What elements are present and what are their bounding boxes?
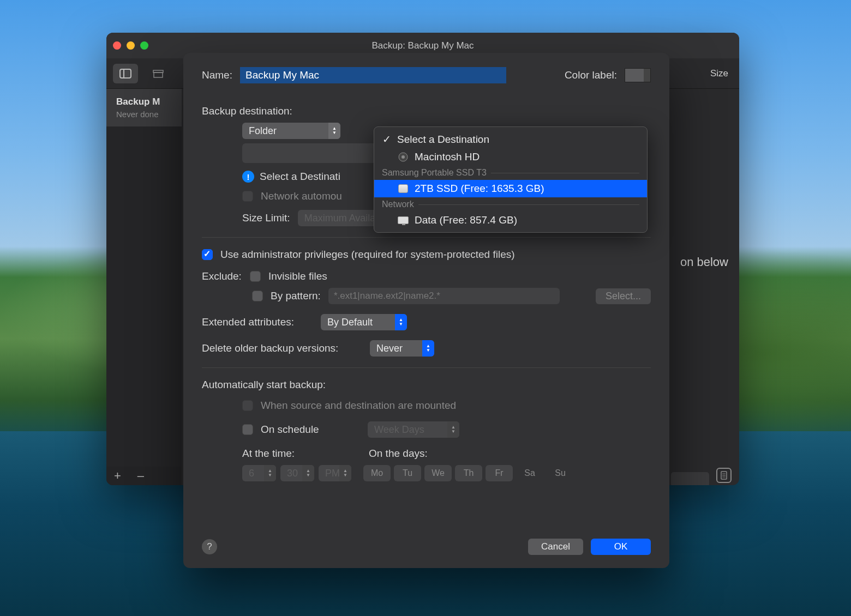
pattern-input[interactable]: *.ext1|name.ext2|name2.*	[328, 288, 560, 304]
size-limit-label: Size Limit:	[242, 212, 290, 224]
admin-priv-checkbox[interactable]	[202, 249, 213, 260]
add-button[interactable]: +	[114, 470, 121, 482]
invisible-files-label: Invisible files	[268, 270, 327, 282]
network-automount-checkbox[interactable]	[242, 191, 253, 202]
day-tu[interactable]: Tu	[394, 465, 421, 481]
admin-priv-label: Use administrator privileges (required f…	[220, 249, 515, 261]
divider	[202, 367, 651, 368]
dropdown-item-data[interactable]: Data (Free: 857.4 GB)	[374, 212, 647, 229]
network-automount-label: Network automou	[261, 190, 342, 202]
hdd-icon	[397, 152, 409, 162]
minute-stepper[interactable]: 30▲▼	[280, 465, 314, 481]
ext-attr-popup[interactable]: By Default ▲▼	[321, 314, 407, 330]
dropdown-header[interactable]: ✓ Select a Destination	[374, 130, 647, 148]
disk-icon	[397, 184, 409, 194]
sidebar-detail-box	[671, 472, 709, 485]
day-fr[interactable]: Fr	[486, 465, 513, 481]
on-days-label: On the days:	[369, 448, 428, 460]
day-sa[interactable]: Sa	[516, 465, 543, 481]
archive-icon	[152, 69, 164, 78]
day-su[interactable]: Su	[547, 465, 574, 481]
by-pattern-label: By pattern:	[271, 290, 321, 302]
size-column-header: Size	[710, 68, 728, 79]
ok-button[interactable]: OK	[591, 539, 651, 555]
day-selector: Mo Tu We Th Fr Sa Su	[363, 465, 574, 481]
destination-warning: Select a Destinati	[260, 171, 340, 183]
check-icon: ✓	[382, 133, 392, 146]
remove-button[interactable]: –	[137, 470, 144, 482]
toolbar-view-button[interactable]	[113, 64, 138, 83]
at-time-label: At the time:	[242, 448, 361, 460]
sidebar-item-backup[interactable]: Backup M Never done	[106, 89, 182, 126]
cancel-button[interactable]: Cancel	[528, 539, 583, 555]
ext-attr-label: Extended attributes:	[202, 316, 313, 328]
destination-type-popup[interactable]: Folder ▲▼	[242, 123, 340, 139]
on-schedule-checkbox[interactable]	[242, 424, 253, 435]
dropdown-item-macintosh-hd[interactable]: Macintosh HD	[374, 148, 647, 166]
sidebar-icon	[119, 69, 131, 78]
destination-dropdown: ✓ Select a Destination Macintosh HD Sams…	[374, 126, 648, 233]
destination-type-value: Folder	[249, 125, 277, 137]
divider	[202, 237, 651, 238]
dropdown-group-network: Network	[374, 197, 647, 212]
color-picker[interactable]: ▾	[625, 68, 651, 82]
svg-rect-3	[154, 73, 163, 77]
sidebar: Backup M Never done	[106, 89, 182, 485]
color-label: Color label:	[565, 69, 617, 81]
info-icon: !	[242, 171, 254, 183]
on-schedule-label: On schedule	[261, 424, 360, 436]
name-input[interactable]	[240, 67, 506, 83]
exclude-label: Exclude:	[202, 270, 242, 282]
day-mo[interactable]: Mo	[363, 465, 391, 481]
select-button[interactable]: Select...	[596, 288, 651, 304]
day-we[interactable]: We	[424, 465, 452, 481]
name-label: Name:	[202, 69, 232, 81]
sidebar-item-status: Never done	[116, 110, 173, 119]
document-icon[interactable]	[716, 468, 732, 483]
delete-older-popup[interactable]: Never ▲▼	[370, 340, 434, 357]
dropdown-item-2tb-ssd[interactable]: 2TB SSD (Free: 1635.3 GB)	[374, 180, 647, 197]
dropdown-group-samsung: Samsung Portable SSD T3	[374, 166, 647, 180]
auto-start-label: Automatically start backup:	[202, 379, 651, 391]
toolbar-archive-button[interactable]	[146, 64, 171, 83]
window-title: Backup: Backup My Mac	[106, 40, 739, 51]
monitor-icon	[397, 215, 409, 225]
schedule-type-popup[interactable]: Week Days ▲▼	[368, 421, 459, 438]
help-button[interactable]: ?	[202, 539, 217, 554]
sidebar-footer: + –	[106, 467, 182, 485]
svg-point-12	[401, 155, 405, 159]
invisible-files-checkbox[interactable]	[250, 271, 261, 282]
sidebar-item-title: Backup M	[116, 96, 173, 107]
hour-stepper[interactable]: 6▲▼	[242, 465, 276, 481]
helper-text: on below	[680, 255, 728, 269]
by-pattern-checkbox[interactable]	[252, 291, 263, 301]
when-mounted-checkbox[interactable]	[242, 400, 253, 411]
day-th[interactable]: Th	[455, 465, 482, 481]
ampm-stepper[interactable]: PM▲▼	[319, 465, 351, 481]
delete-older-label: Delete older backup versions:	[202, 342, 362, 354]
when-mounted-label: When source and destination are mounted	[261, 400, 456, 412]
svg-rect-0	[120, 69, 131, 78]
destination-label: Backup destination:	[202, 105, 651, 117]
